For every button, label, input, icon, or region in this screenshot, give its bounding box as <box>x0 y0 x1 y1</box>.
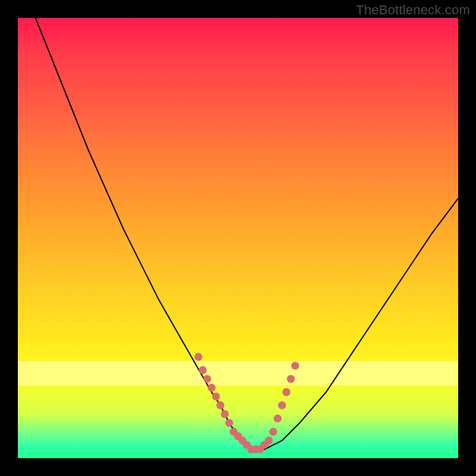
plot-area <box>18 18 458 458</box>
curve-dot <box>292 362 299 369</box>
curve-dot <box>278 402 286 409</box>
curve-dot <box>270 428 277 436</box>
curve-dot <box>212 393 220 400</box>
curve-dot <box>208 384 215 392</box>
watermark-text: TheBottleneck.com <box>356 2 470 18</box>
curve-dot <box>221 410 228 418</box>
curve-dot <box>274 415 281 422</box>
curve-dot <box>283 388 290 396</box>
curve-dot <box>287 375 295 383</box>
curve-dot <box>203 375 211 383</box>
curve-dot <box>217 402 224 409</box>
curve-dot <box>265 437 273 444</box>
bottleneck-curve-path <box>36 18 458 449</box>
curve-dot <box>226 419 233 427</box>
curve-svg <box>18 18 458 458</box>
curve-dot <box>199 366 206 374</box>
chart-frame: TheBottleneck.com <box>0 0 476 476</box>
curve-dot <box>195 353 202 361</box>
